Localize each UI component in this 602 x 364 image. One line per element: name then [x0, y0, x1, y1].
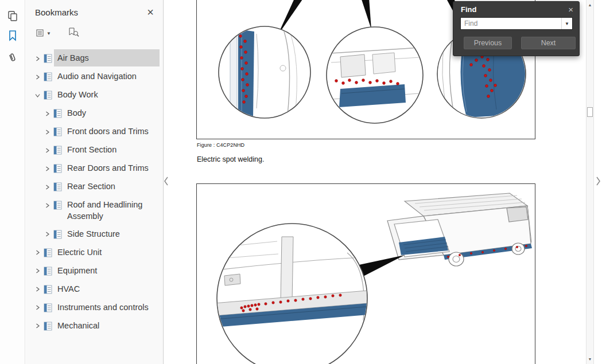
- collapse-bookmarks-pane-button[interactable]: [162, 175, 169, 188]
- bookmark-label: Rear Doors and Trims: [64, 159, 160, 177]
- bookmark-page-icon: [44, 91, 52, 102]
- find-combobox: ▼: [460, 17, 573, 30]
- bookmark-label: Front doors and Trims: [64, 123, 160, 140]
- bookmark-item-body[interactable]: Body: [26, 104, 163, 123]
- bookmark-page-icon: [44, 285, 52, 296]
- bookmark-item-body-work[interactable]: Body Work: [26, 86, 163, 104]
- bookmark-item-rear-doors-and-trims[interactable]: Rear Doors and Trims: [26, 159, 163, 178]
- scroll-down-button[interactable]: ▼: [587, 355, 593, 363]
- chevron-right-icon[interactable]: [42, 196, 52, 214]
- bookmark-label: Air Bags: [54, 49, 160, 66]
- bookmark-item-audio-and-navigation[interactable]: Audio and Navigation: [26, 68, 163, 86]
- bookmark-item-instruments-and-controls[interactable]: Instruments and controls: [26, 299, 163, 317]
- bookmarks-panel: Bookmarks × ▼ Air Bags: [26, 0, 164, 364]
- figure2-sill-welding-overview: [196, 183, 535, 364]
- page-thumbnails-button[interactable]: [6, 9, 20, 24]
- bookmark-page-icon: [53, 182, 62, 194]
- figure2-illustration: [197, 184, 535, 364]
- navigation-pane-strip: [0, 0, 25, 364]
- bookmark-item-equipment[interactable]: Equipment: [26, 262, 163, 280]
- bookmark-page-icon: [53, 109, 62, 120]
- bookmark-options-menu-button[interactable]: ▼: [35, 27, 52, 40]
- expand-tools-pane-button[interactable]: [595, 175, 601, 188]
- van-body-art: [387, 193, 532, 266]
- chevron-right-icon[interactable]: [33, 68, 42, 86]
- bookmark-page-icon: [53, 164, 62, 175]
- close-find-dialog-button[interactable]: ×: [568, 6, 573, 14]
- paperclip-icon: [7, 52, 18, 65]
- chevron-right-icon[interactable]: [42, 141, 52, 159]
- bookmark-label: Side Structure: [64, 225, 160, 242]
- find-input[interactable]: [461, 18, 561, 29]
- bookmark-label: Rear Section: [64, 178, 160, 195]
- find-dialog-title: Find: [461, 5, 476, 14]
- bookmarks-tree: Air Bags Audio and Navigation Body Work …: [26, 47, 163, 335]
- bookmarks-panel-header: Bookmarks ×: [26, 0, 163, 22]
- bookmark-item-rear-section[interactable]: Rear Section: [26, 178, 163, 196]
- options-list-icon: [36, 28, 45, 39]
- chevron-right-icon[interactable]: [42, 104, 52, 123]
- bookmark-label: Equipment: [54, 262, 160, 279]
- bookmark-item-hvac[interactable]: HVAC: [26, 280, 163, 299]
- bookmark-label: Front Section: [64, 141, 160, 158]
- find-current-bookmark-button[interactable]: [67, 26, 80, 40]
- bookmark-label: Body: [64, 104, 160, 122]
- bookmark-page-icon: [44, 248, 52, 260]
- bookmark-page-icon: [44, 267, 52, 278]
- find-dialog-header: Find ×: [453, 2, 579, 16]
- bookmark-page-icon: [53, 201, 62, 212]
- bookmark-label: Roof and Headlining Assembly: [64, 196, 160, 225]
- scrollbar-thumb[interactable]: [587, 107, 593, 117]
- bookmark-page-icon: [53, 146, 62, 157]
- find-next-button[interactable]: Next: [521, 37, 576, 49]
- chevron-right-icon[interactable]: [33, 317, 42, 335]
- bookmark-page-icon: [44, 322, 52, 333]
- bookmark-icon: [7, 30, 18, 43]
- bookmark-label: Electric Unit: [54, 244, 160, 261]
- chevron-right-icon[interactable]: [42, 178, 52, 196]
- bookmark-item-air-bags[interactable]: Air Bags: [26, 49, 163, 68]
- bookmark-item-electric-unit[interactable]: Electric Unit: [26, 244, 163, 262]
- chevron-right-icon: [596, 179, 601, 188]
- page-thumbnails-icon: [7, 10, 18, 24]
- chevron-right-icon[interactable]: [42, 123, 52, 141]
- bookmark-page-icon: [44, 54, 52, 65]
- dropdown-caret-icon: ▼: [46, 31, 51, 36]
- bookmark-item-roof-and-headlining-assembly[interactable]: Roof and Headlining Assembly: [26, 196, 163, 225]
- close-bookmarks-panel-button[interactable]: ×: [147, 7, 154, 17]
- bookmarks-panel-title: Bookmarks: [35, 7, 78, 17]
- pdf-viewer-window: Bookmarks × ▼ Air Bags: [0, 0, 602, 364]
- bookmark-label: Instruments and controls: [54, 299, 160, 316]
- find-history-dropdown-button[interactable]: ▼: [561, 18, 572, 29]
- bookmark-item-side-structure[interactable]: Side Structure: [26, 225, 163, 244]
- bookmark-page-icon: [53, 230, 62, 241]
- find-previous-button[interactable]: Previous: [464, 37, 512, 49]
- bookmark-item-front-section[interactable]: Front Section: [26, 141, 163, 159]
- chevron-right-icon[interactable]: [33, 244, 42, 262]
- bookmark-search-icon: [68, 28, 79, 39]
- figure1-description: Electric spot welding.: [197, 155, 264, 163]
- find-dialog: Find × ▼ Previous Next: [453, 1, 580, 56]
- bookmark-label: Audio and Navigation: [54, 68, 160, 85]
- bookmark-page-icon: [53, 127, 62, 139]
- bookmarks-panel-button[interactable]: [6, 29, 20, 44]
- chevron-right-icon[interactable]: [33, 49, 42, 68]
- chevron-right-icon[interactable]: [42, 159, 52, 178]
- bookmark-label: HVAC: [54, 280, 160, 298]
- scroll-up-button[interactable]: ▲: [587, 1, 593, 9]
- chevron-right-icon[interactable]: [33, 299, 42, 317]
- chevron-right-icon[interactable]: [33, 280, 42, 299]
- bookmark-item-mechanical[interactable]: Mechanical: [26, 317, 163, 335]
- vertical-scrollbar[interactable]: ▲ ▼: [586, 0, 594, 364]
- attachments-button[interactable]: [6, 51, 20, 66]
- bookmark-item-front-doors-and-trims[interactable]: Front doors and Trims: [26, 123, 163, 141]
- chevron-right-icon[interactable]: [33, 262, 42, 280]
- bookmarks-toolbar: ▼: [26, 22, 163, 47]
- chevron-right-icon[interactable]: [42, 225, 52, 244]
- find-buttons-row: Previous Next: [453, 37, 579, 49]
- chevron-down-icon[interactable]: [33, 86, 42, 104]
- bookmark-label: Body Work: [54, 86, 160, 103]
- chevron-left-icon: [164, 179, 169, 188]
- bookmark-page-icon: [44, 72, 52, 84]
- figure1-caption: Figure : C4CP2NHD: [197, 142, 244, 148]
